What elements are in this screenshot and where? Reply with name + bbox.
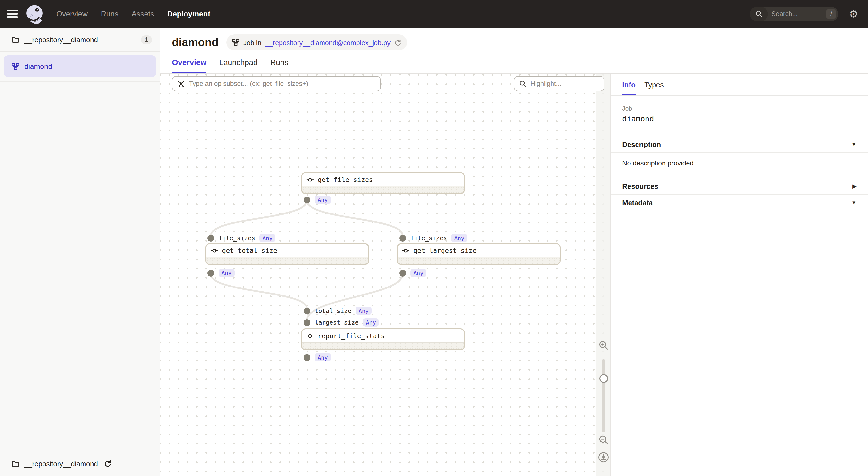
page-title: diamond [172, 36, 219, 49]
output-port-dot [399, 270, 406, 276]
op-subset-input[interactable] [189, 80, 375, 87]
input-port-file-sizes-left: file_sizes Any [208, 234, 275, 242]
op-node-body [398, 257, 560, 264]
op-node-body [207, 257, 368, 264]
job-label: Job [622, 105, 856, 112]
sidebar-item-label: diamond [24, 62, 52, 70]
highlight-input[interactable] [530, 80, 599, 87]
type-tag-any[interactable]: Any [452, 234, 467, 242]
op-node-get-total-size[interactable]: get_total_size [206, 243, 369, 265]
job-graph-icon [12, 62, 20, 70]
output-port-report-file-stats: Any [304, 353, 331, 362]
op-icon [211, 247, 218, 254]
output-port-dot [304, 354, 310, 361]
sidebar-divider [0, 81, 160, 81]
op-subset-filter[interactable] [172, 76, 381, 91]
job-value: diamond [622, 114, 856, 123]
op-name: report_file_stats [318, 332, 385, 340]
zoom-slider-handle[interactable] [599, 374, 608, 383]
repository-name: __repository__diamond [24, 36, 98, 43]
output-port-get-total-size: Any [208, 269, 235, 277]
download-graph-button[interactable] [598, 452, 609, 463]
tab-overview[interactable]: Overview [172, 58, 207, 73]
tab-types[interactable]: Types [644, 80, 664, 95]
sidebar-item-diamond[interactable]: diamond [4, 55, 156, 77]
job-graph-icon [232, 39, 240, 46]
caret-down-icon: ▼ [851, 142, 856, 147]
section-title: Description [622, 140, 661, 148]
folder-icon [12, 36, 20, 43]
settings-gear-icon[interactable]: ⚙ [849, 9, 858, 19]
type-tag-any[interactable]: Any [315, 353, 331, 362]
footer-repository-name: __repository__diamond [24, 460, 98, 468]
op-icon [402, 247, 409, 254]
zoom-in-button[interactable] [598, 340, 609, 351]
global-search[interactable]: / [750, 6, 838, 21]
type-tag-any[interactable]: Any [356, 307, 372, 315]
job-context-prefix: Job in [243, 39, 261, 46]
type-tag-any[interactable]: Any [410, 269, 427, 277]
job-context-link[interactable]: __repository__diamond@complex_job.py [265, 39, 391, 46]
search-shortcut-key: / [826, 9, 836, 19]
nav-item-assets[interactable]: Assets [132, 9, 154, 18]
input-port-total-size: total_size Any [304, 307, 372, 315]
tab-info[interactable]: Info [622, 80, 636, 95]
input-port-file-sizes-right: file_sizes Any [399, 234, 467, 242]
output-port-get-largest-size: Any [399, 269, 427, 277]
job-context-pill: Job in __repository__diamond@complex_job… [226, 34, 407, 50]
folder-icon [12, 460, 20, 468]
nav-item-overview[interactable]: Overview [56, 9, 88, 18]
repository-sidebar: __repository__diamond 1 diamond __reposi… [0, 28, 160, 476]
op-node-get-file-sizes[interactable]: get_file_sizes [301, 172, 465, 194]
tab-runs[interactable]: Runs [270, 58, 288, 73]
section-header-description[interactable]: Description ▼ [611, 136, 868, 152]
type-tag-any[interactable]: Any [219, 269, 235, 277]
section-header-resources[interactable]: Resources ▶ [611, 178, 868, 194]
caret-right-icon: ▶ [853, 183, 856, 189]
dagster-app: Overview Runs Assets Deployment / ⚙ __re… [0, 0, 868, 476]
tab-launchpad[interactable]: Launchpad [219, 58, 257, 73]
section-title: Resources [622, 182, 658, 190]
nav-item-deployment[interactable]: Deployment [167, 9, 210, 18]
section-title: Metadata [622, 199, 653, 206]
input-port-largest-size: largest_size Any [304, 318, 379, 327]
nav-item-runs[interactable]: Runs [101, 9, 118, 18]
output-port-dot [304, 196, 310, 203]
repository-header-row[interactable]: __repository__diamond 1 [0, 28, 160, 52]
op-node-body [302, 186, 464, 193]
refresh-icon[interactable] [395, 39, 401, 46]
port-label: largest_size [315, 319, 359, 326]
type-tag-any[interactable]: Any [259, 234, 276, 242]
job-header: diamond Job in __repository__diamond@com… [160, 28, 868, 74]
top-navbar: Overview Runs Assets Deployment / ⚙ [0, 0, 868, 28]
highlight-filter[interactable] [514, 76, 604, 91]
op-node-body [302, 342, 464, 349]
op-node-get-largest-size[interactable]: get_largest_size [397, 243, 561, 265]
op-node-report-file-stats[interactable]: report_file_stats [301, 329, 465, 350]
sidebar-footer: __repository__diamond [0, 451, 160, 476]
op-name: get_file_sizes [318, 176, 373, 183]
op-graph-canvas[interactable]: get_file_sizes get_total_size [160, 74, 610, 476]
search-input[interactable] [768, 10, 826, 18]
reload-repository-icon[interactable] [104, 460, 111, 467]
op-selector-icon [177, 80, 185, 88]
type-tag-any[interactable]: Any [315, 196, 331, 204]
dagster-logo-icon[interactable] [24, 3, 46, 25]
input-port-dot [304, 319, 310, 326]
port-label: total_size [315, 307, 351, 314]
section-header-metadata[interactable]: Metadata ▼ [611, 195, 868, 211]
zoom-slider-track[interactable] [602, 359, 605, 432]
output-port-get-file-sizes: Any [304, 196, 331, 204]
input-port-dot [208, 235, 214, 241]
job-summary: Job diamond [611, 96, 868, 136]
section-description: Description ▼ No description provided [611, 136, 868, 178]
zoom-out-button[interactable] [598, 435, 609, 445]
hamburger-menu-icon[interactable] [7, 10, 18, 18]
job-tabs: Overview Launchpad Runs [172, 58, 856, 73]
op-name: get_total_size [222, 246, 277, 254]
type-tag-any[interactable]: Any [363, 318, 379, 327]
job-info-panel: Info Types Job diamond Description ▼ No … [610, 74, 868, 476]
description-empty-text: No description provided [611, 152, 868, 178]
job-count-badge: 1 [141, 35, 152, 44]
op-icon [307, 332, 314, 339]
